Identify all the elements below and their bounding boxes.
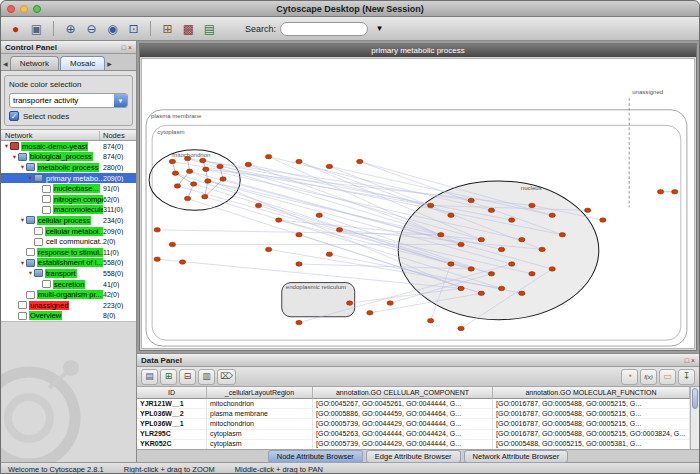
zoom-out-icon[interactable]: ⊖ <box>82 20 101 38</box>
column-header-annotation-go-molecular-function[interactable]: annotation.GO MOLECULAR_FUNCTION <box>493 387 690 399</box>
network-node[interactable] <box>600 218 606 222</box>
network-node[interactable] <box>205 179 211 183</box>
tree-item-unassigned[interactable]: unassigned223(0) <box>1 300 136 311</box>
select-nodes-checkbox[interactable]: ✓ <box>9 111 19 121</box>
tree-item-primary-metabo[interactable]: ▼primary metabo...209(0) <box>1 173 136 184</box>
tab-scroll-left-icon[interactable]: ◀ <box>2 60 9 70</box>
tree-item-secretion[interactable]: secretion41(0) <box>1 279 136 290</box>
create-attribute-icon[interactable]: ⊞ <box>160 369 177 385</box>
network-node[interactable] <box>186 169 192 173</box>
tab-network[interactable]: Network <box>10 56 59 70</box>
tab-edge-attribute-browser[interactable]: Edge Attribute Browser <box>366 450 461 463</box>
network-node[interactable] <box>245 162 251 166</box>
tree-item-nitrogen-compo[interactable]: nitrogen compo...62(0) <box>1 194 136 205</box>
table-row[interactable]: YLR295Ccytoplasm[GO:0045263, GO:0044444,… <box>137 430 690 440</box>
zoom-window-button[interactable] <box>33 5 41 13</box>
network-node[interactable] <box>519 291 525 295</box>
table-row[interactable]: YPL036W__1mitochondrion[GO:0005739, GO:0… <box>137 419 690 429</box>
window-titlebar[interactable]: Cytoscape Desktop (New Session) <box>1 1 699 17</box>
network-node[interactable] <box>488 272 494 276</box>
network-canvas[interactable]: plasma membranecytoplasmunassignednucleu… <box>141 58 695 349</box>
tree-item-response-to-stimul[interactable]: response to stimul...11(0) <box>1 247 136 258</box>
network-node[interactable] <box>326 252 332 256</box>
network-node[interactable] <box>202 194 208 198</box>
network-node[interactable] <box>296 320 302 324</box>
search-input[interactable] <box>280 22 368 36</box>
network-node[interactable] <box>346 301 352 305</box>
table-row[interactable]: YKR052Ccytoplasm[GO:0005739, GO:0044429,… <box>137 440 690 449</box>
network-node[interactable] <box>220 177 226 181</box>
network-node[interactable] <box>559 232 565 236</box>
network-node[interactable] <box>296 159 302 163</box>
network-node[interactable] <box>428 203 434 207</box>
tree-header-network[interactable]: Network <box>1 131 100 140</box>
minimize-window-button[interactable] <box>20 5 28 13</box>
network-node[interactable] <box>438 232 444 236</box>
network-node[interactable] <box>478 237 484 241</box>
network-node[interactable] <box>519 237 525 241</box>
network-node[interactable] <box>428 318 434 322</box>
tree-item-mosaic-demo-yeast[interactable]: ▼mosaic-demo-yeast874(0) <box>1 141 136 152</box>
network-node[interactable] <box>296 232 302 236</box>
tree-item-overview[interactable]: Overview8(0) <box>1 311 136 322</box>
scrollbar-thumb[interactable] <box>692 388 698 409</box>
network-node[interactable] <box>203 167 209 171</box>
table-row[interactable]: YPL036W__2plasma membrane[GO:0005886, GO… <box>137 409 690 419</box>
network-node[interactable] <box>448 213 454 217</box>
network-node[interactable] <box>498 286 504 290</box>
tree-item-biological-process[interactable]: ▼biological_process874(0) <box>1 152 136 163</box>
expand-arrow-icon[interactable]: ▼ <box>11 154 18 160</box>
network-node[interactable] <box>468 267 474 271</box>
network-node[interactable] <box>585 208 591 212</box>
expand-arrow-icon[interactable]: ▼ <box>27 270 34 276</box>
network-node[interactable] <box>172 171 178 175</box>
tree-item-cellular-process[interactable]: ▼cellular process234(0) <box>1 215 136 226</box>
network-node[interactable] <box>276 218 282 222</box>
network-node[interactable] <box>529 203 535 207</box>
tab-scroll-right-icon[interactable]: ▶ <box>106 60 113 70</box>
network-node[interactable] <box>200 158 206 162</box>
float-panel-icon[interactable]: □ <box>685 357 689 364</box>
session-sphere-icon[interactable]: ● <box>6 20 25 38</box>
network-node[interactable] <box>498 247 504 251</box>
network-node[interactable] <box>458 242 464 246</box>
network-node[interactable] <box>448 262 454 266</box>
network-node[interactable] <box>468 198 474 202</box>
network-node[interactable] <box>265 154 271 158</box>
tab-network-attribute-browser[interactable]: Network Attribute Browser <box>464 450 569 463</box>
tab-mosaic[interactable]: Mosaic <box>60 56 105 70</box>
network-node[interactable] <box>549 213 555 217</box>
network-node[interactable] <box>478 291 484 295</box>
tab-node-attribute-browser[interactable]: Node Attribute Browser <box>268 450 363 463</box>
zoom-selected-icon[interactable]: ◉ <box>103 20 122 38</box>
expand-arrow-icon[interactable]: ▼ <box>19 164 26 170</box>
float-panel-icon[interactable]: □ <box>122 44 126 51</box>
network-node[interactable] <box>326 164 332 168</box>
network-node[interactable] <box>316 213 322 217</box>
network-node[interactable] <box>184 196 190 200</box>
network-graph[interactable]: plasma membranecytoplasmunassignednucleu… <box>142 59 694 348</box>
network-node[interactable] <box>169 159 175 163</box>
network-node[interactable] <box>296 262 302 266</box>
import-network-icon[interactable]: ▩ <box>179 20 198 38</box>
tree-item-transport[interactable]: ▼transport558(0) <box>1 268 136 279</box>
network-node[interactable] <box>458 286 464 290</box>
expand-arrow-icon[interactable]: ▼ <box>19 260 26 266</box>
edit-attribute-icon[interactable]: ▥ <box>198 369 215 385</box>
network-node[interactable] <box>154 257 160 261</box>
pie-chart-icon[interactable]: ◔ <box>621 369 638 385</box>
open-folder-icon[interactable]: ▭ <box>659 369 676 385</box>
network-node[interactable] <box>255 203 261 207</box>
column-header-id[interactable]: ID <box>137 387 207 399</box>
network-node[interactable] <box>179 260 185 264</box>
network-node[interactable] <box>509 262 515 266</box>
network-view-title[interactable]: primary metabolic process <box>140 44 696 57</box>
close-panel-icon[interactable]: × <box>128 44 132 51</box>
network-node[interactable] <box>191 182 197 186</box>
tree-item-establishment-of-l[interactable]: ▼establishment of l...558(0) <box>1 258 136 269</box>
column-header-annotation-go-cellular-component[interactable]: annotation.GO CELLULAR_COMPONENT <box>313 387 493 399</box>
select-attributes-icon[interactable]: ▤ <box>141 369 158 385</box>
network-node[interactable] <box>488 208 494 212</box>
network-node[interactable] <box>174 184 180 188</box>
formula-builder-icon[interactable]: f(x) <box>640 369 657 385</box>
